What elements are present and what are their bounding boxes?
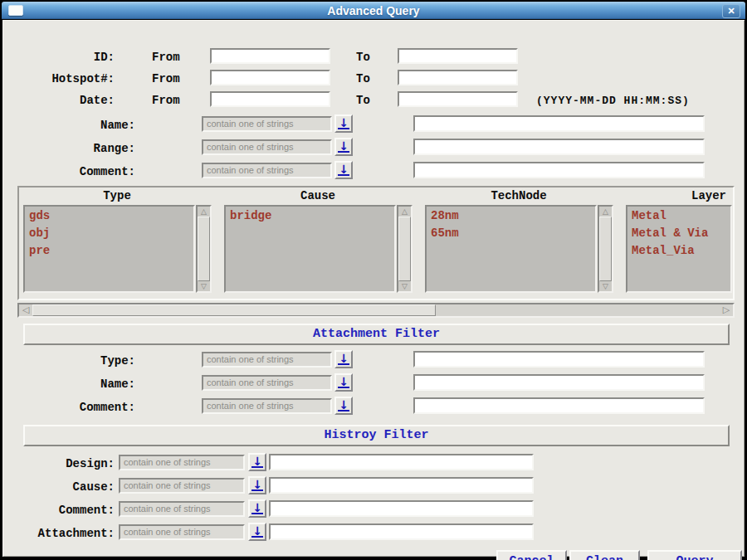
range-operator-combo[interactable]: contain one of strings [202, 139, 332, 155]
category-panel-h-scrollbar[interactable]: ◁ ▷ [17, 303, 735, 318]
cancel-button[interactable]: Cancel [496, 550, 567, 560]
scroll-down-icon[interactable]: ▽ [398, 281, 411, 291]
scroll-up-icon[interactable]: △ [599, 207, 612, 217]
id-to-input[interactable] [398, 48, 518, 64]
hotspot-from-label: From [152, 72, 180, 85]
history-comment-operator-combo[interactable]: contain one of strings [119, 501, 245, 517]
history-cause-operator-combo[interactable]: contain one of strings [119, 478, 245, 494]
scrollbar-thumb[interactable] [599, 217, 612, 281]
date-from-label: From [152, 94, 180, 107]
name-operator-dropdown-button[interactable]: ↓ [334, 114, 353, 133]
history-cause-input[interactable] [269, 477, 534, 494]
id-from-input[interactable] [210, 48, 330, 64]
close-icon: ✕ [727, 6, 735, 17]
comment-label: Comment: [19, 165, 135, 178]
hotspot-from-input[interactable] [210, 70, 330, 85]
clean-button[interactable]: Clean [569, 550, 640, 560]
type-list-scrollbar[interactable]: △ ▽ [196, 205, 212, 293]
history-design-input[interactable] [269, 454, 534, 470]
dropdown-arrow-icon: ↓ [338, 377, 349, 388]
attachment-type-label: Type: [19, 354, 135, 368]
history-attachment-input[interactable] [269, 523, 534, 540]
list-item[interactable]: 65nm [431, 225, 591, 242]
date-label: Date: [19, 94, 115, 107]
name-operator-combo[interactable]: contain one of strings [202, 116, 332, 132]
technode-list-scrollbar[interactable]: △ ▽ [598, 205, 613, 293]
query-button[interactable]: Query [647, 550, 742, 560]
dropdown-arrow-icon: ↓ [338, 400, 349, 411]
comment-operator-dropdown-button[interactable]: ↓ [334, 161, 353, 179]
id-from-label: From [152, 51, 180, 64]
list-item[interactable]: Metal & Via [632, 225, 726, 242]
range-label: Range: [19, 142, 135, 155]
history-comment-dropdown-button[interactable]: ↓ [248, 499, 266, 518]
window-title: Advanced Query [2, 4, 745, 17]
dropdown-arrow-icon: ↓ [338, 353, 349, 365]
attachment-name-input[interactable] [413, 374, 705, 391]
attachment-name-dropdown-button[interactable]: ↓ [334, 373, 353, 392]
attachment-type-input[interactable] [413, 351, 705, 368]
cause-list-scrollbar[interactable]: △ ▽ [397, 205, 413, 293]
name-label: Name: [19, 119, 135, 132]
layer-column-header: Layer [626, 189, 735, 203]
history-attachment-operator-combo[interactable]: contain one of strings [119, 524, 245, 540]
history-filter-header[interactable]: Histroy Filter [23, 425, 730, 446]
history-attachment-label: Attachment: [9, 527, 115, 540]
scroll-up-icon[interactable]: △ [398, 207, 411, 217]
dropdown-arrow-icon: ↓ [251, 503, 263, 514]
scroll-right-icon[interactable]: ▷ [720, 304, 733, 316]
history-design-label: Design: [9, 457, 115, 470]
list-item[interactable]: bridge [230, 207, 390, 225]
history-design-dropdown-button[interactable]: ↓ [248, 453, 266, 471]
titlebar[interactable]: Advanced Query ✕ [2, 2, 745, 19]
range-input[interactable] [413, 139, 705, 155]
attachment-comment-dropdown-button[interactable]: ↓ [334, 397, 353, 415]
list-item[interactable]: 28nm [431, 207, 591, 225]
attachment-type-dropdown-button[interactable]: ↓ [334, 350, 353, 368]
close-button[interactable]: ✕ [722, 4, 740, 18]
cause-list: bridge [224, 205, 396, 293]
id-label: ID: [19, 51, 115, 64]
history-cause-dropdown-button[interactable]: ↓ [248, 476, 266, 494]
scrollbar-thumb[interactable] [198, 217, 210, 281]
attachment-comment-input[interactable] [413, 397, 705, 414]
type-list: gds obj pre [23, 205, 195, 293]
scrollbar-thumb[interactable] [398, 217, 411, 281]
date-from-input[interactable] [210, 91, 330, 107]
history-design-operator-combo[interactable]: contain one of strings [119, 455, 245, 470]
attachment-comment-operator-combo[interactable]: contain one of strings [202, 398, 332, 414]
dialog-body: ID: From To Hotspot#: From To Date: From… [2, 20, 745, 557]
comment-input[interactable] [413, 162, 705, 178]
dropdown-arrow-icon: ↓ [338, 164, 349, 176]
technode-list: 28nm 65nm [425, 205, 597, 293]
scroll-down-icon[interactable]: ▽ [599, 281, 612, 291]
scroll-down-icon[interactable]: ▽ [198, 281, 210, 291]
date-to-input[interactable] [398, 91, 518, 107]
attachment-name-operator-combo[interactable]: contain one of strings [202, 375, 332, 391]
category-list-panel: Type Cause TechNode Layer gds obj pre △ … [17, 186, 735, 300]
list-item[interactable]: gds [29, 207, 189, 225]
name-input[interactable] [413, 115, 705, 132]
history-cause-label: Cause: [9, 480, 115, 494]
list-item[interactable]: obj [29, 225, 189, 242]
list-item[interactable]: Metal [632, 207, 726, 225]
history-attachment-dropdown-button[interactable]: ↓ [248, 523, 266, 541]
scroll-left-icon[interactable]: ◁ [19, 304, 32, 316]
scrollbar-thumb[interactable] [32, 304, 436, 316]
dropdown-arrow-icon: ↓ [338, 118, 349, 129]
attachment-filter-header[interactable]: Attachment Filter [23, 324, 730, 345]
range-operator-dropdown-button[interactable]: ↓ [334, 138, 353, 156]
scroll-up-icon[interactable]: △ [198, 207, 210, 217]
date-to-label: To [356, 94, 370, 107]
list-item[interactable]: pre [29, 242, 189, 260]
hotspot-to-label: To [356, 72, 370, 85]
date-format-hint: (YYYY-MM-DD HH:MM:SS) [536, 95, 690, 107]
history-comment-input[interactable] [269, 500, 534, 517]
list-item[interactable]: Metal_Via [632, 242, 726, 260]
attachment-type-operator-combo[interactable]: contain one of strings [202, 352, 332, 368]
comment-operator-combo[interactable]: contain one of strings [202, 163, 332, 178]
id-to-label: To [356, 51, 370, 64]
hotspot-to-input[interactable] [398, 70, 518, 85]
dropdown-arrow-icon: ↓ [251, 480, 263, 491]
type-column-header: Type [23, 189, 211, 203]
